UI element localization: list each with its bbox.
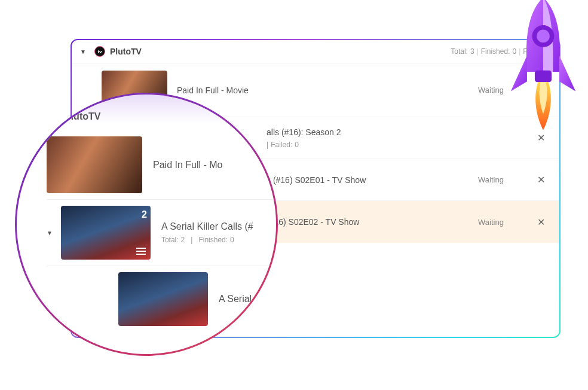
group-stats: Total: 3 | Finished: 0 | Failed: 0 [451,47,551,56]
item-meta: A Serial Killer Calls (# Total: 2 | Fini… [151,221,276,244]
stack-icon [136,248,146,255]
item-subline: | Failed: 0 [267,141,478,149]
mag-item-movie: Paid In Full - Mo [47,130,276,200]
item-title: Paid In Full - Movie [167,86,478,95]
pluto-icon: tv [47,110,60,123]
item-status: Waiting [478,218,532,227]
item-status: Waiting [478,86,532,95]
thumbnail [118,272,208,326]
source-group-header[interactable]: ▼ tv PlutoTV Total: 3 | Finished: 0 | Fa… [72,40,559,63]
magnifier-inner: tv PlutoTV Paid In Full - Mo ▼ 2 A Seria… [17,95,276,354]
item-meta: alls (#16): Season 2 | Failed: 0 [257,127,478,149]
item-title-fragment: alls (#16): Season 2 [267,127,478,137]
remove-button[interactable]: ✕ [532,217,550,228]
failed-label: Failed: [523,47,544,56]
mag-item-season: ▼ 2 A Serial Killer Calls (# Total: 2 | … [47,200,276,266]
finished-value: 0 [512,47,516,56]
item-title: A Serial Killer Calls (# [161,221,276,232]
finished-label: Finished: [481,47,510,56]
item-title: Paid In Full - Mo [142,160,276,170]
failed-value: 0 [547,47,551,56]
source-name: PlutoTV [110,47,451,56]
total-label: Total: [451,47,468,56]
magnified-content: tv PlutoTV Paid In Full - Mo ▼ 2 A Seria… [47,106,276,332]
pluto-icon: tv [94,46,105,57]
episode-count-badge: 2 [142,209,147,220]
item-title-fragment: s (#16) S02E01 - TV Show [257,175,478,185]
item-title-fragment: (#16) S02E02 - TV Show [257,217,478,227]
chevron-down-icon[interactable]: ▼ [80,48,88,55]
magnifier-overlay: tv PlutoTV Paid In Full - Mo ▼ 2 A Seria… [15,93,278,356]
total-value: 3 [470,47,474,56]
item-status: Waiting [478,175,532,184]
thumbnail: 2 [61,206,151,260]
remove-button[interactable]: ✕ [532,132,550,144]
remove-button[interactable]: ✕ [532,174,550,185]
thumbnail [47,136,142,193]
chevron-down-icon[interactable]: ▼ [47,230,53,236]
item-subline: Total: 2 | Finished: 0 [161,236,276,244]
